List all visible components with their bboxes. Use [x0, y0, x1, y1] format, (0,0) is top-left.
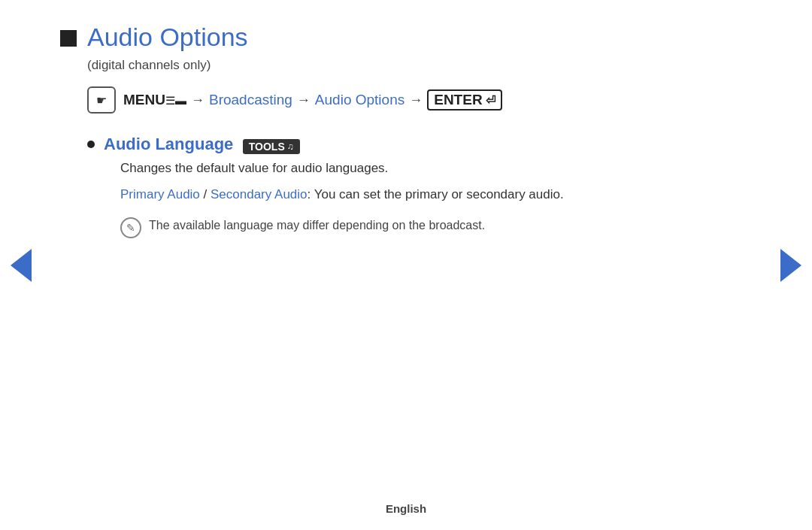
nav-arrow-1: → — [191, 92, 205, 108]
note-row: ✎ The available language may differ depe… — [120, 217, 564, 238]
title-square-icon — [60, 30, 77, 47]
audio-language-item: Audio Language TOOLS ♫ Changes the defau… — [87, 135, 677, 238]
note-icon: ✎ — [120, 217, 141, 238]
page-subtitle: (digital channels only) — [87, 58, 677, 73]
page-title: Audio Options — [87, 23, 248, 52]
tools-badge-text: TOOLS — [249, 141, 285, 153]
tools-note-icon: ♫ — [287, 141, 294, 152]
audio-options-link[interactable]: Audio Options — [315, 92, 404, 108]
tools-badge: TOOLS ♫ — [243, 139, 300, 154]
audio-language-description: Changes the default value for audio lang… — [120, 159, 564, 178]
note-text: The available language may differ depend… — [149, 217, 485, 235]
nav-arrow-2: → — [297, 92, 311, 108]
menu-label: MENU☰▬ — [123, 92, 186, 108]
nav-right-arrow[interactable] — [780, 249, 801, 282]
detail-suffix: : You can set the primary or secondary a… — [308, 187, 564, 201]
menu-icon: ☛ — [87, 86, 116, 114]
audio-language-label: Audio Language — [104, 135, 233, 153]
audio-options-detail: Primary Audio / Secondary Audio: You can… — [120, 184, 564, 204]
footer-language: English — [386, 502, 426, 515]
slash-separator: / — [200, 187, 211, 201]
secondary-audio-link[interactable]: Secondary Audio — [211, 187, 308, 201]
enter-icon: ⏎ — [486, 93, 495, 108]
audio-language-section: Audio Language TOOLS ♫ Changes the defau… — [87, 135, 677, 238]
enter-button[interactable]: ENTER⏎ — [427, 89, 501, 111]
bullet-dot — [87, 141, 95, 148]
nav-arrow-3: → — [409, 92, 423, 108]
page-title-row: Audio Options — [60, 23, 677, 52]
audio-language-content: Audio Language TOOLS ♫ Changes the defau… — [104, 135, 564, 238]
primary-audio-link[interactable]: Primary Audio — [120, 187, 200, 201]
broadcasting-link[interactable]: Broadcasting — [209, 92, 292, 108]
nav-left-arrow[interactable] — [11, 249, 32, 282]
menu-navigation: ☛ MENU☰▬ → Broadcasting → Audio Options … — [87, 86, 677, 114]
enter-label: ENTER — [434, 92, 482, 108]
main-content: Audio Options (digital channels only) ☛ … — [0, 0, 737, 268]
